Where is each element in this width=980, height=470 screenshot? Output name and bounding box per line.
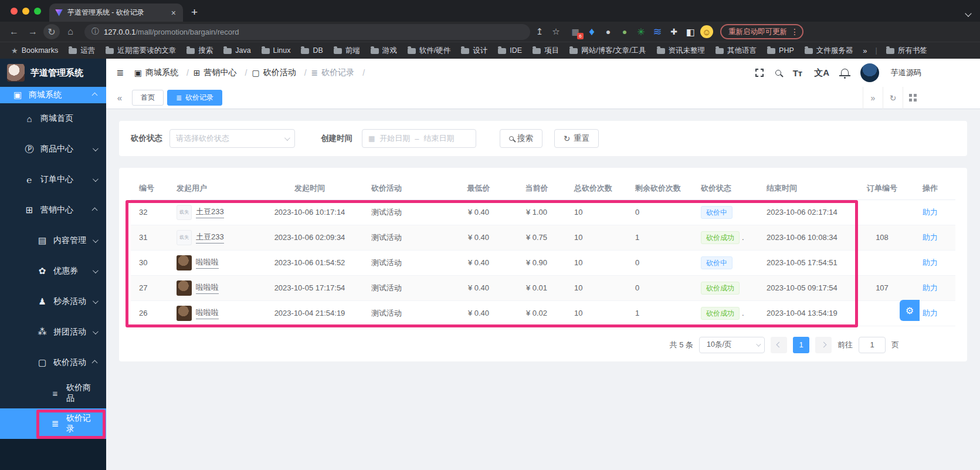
font-size-icon[interactable]: Tт [793, 68, 803, 78]
sidebar-item[interactable]: ℮ 订单中心 [0, 164, 106, 195]
language-icon[interactable]: 文A [814, 67, 829, 79]
page-tab[interactable]: 首页 [132, 90, 164, 106]
column-header[interactable]: 发起用户 [168, 177, 256, 200]
column-header[interactable]: 砍价活动 [363, 177, 450, 200]
side-panel-icon[interactable]: ◧ [684, 25, 697, 38]
app-logo[interactable]: 芋道管理系统 [0, 59, 106, 87]
column-header[interactable]: 最低价 [450, 177, 507, 200]
blue-layers-extension-icon[interactable]: ≋ [651, 25, 664, 38]
page-size-select[interactable]: 10条/页 [699, 337, 765, 353]
bookmark-folder-item[interactable]: IDE [494, 46, 526, 55]
column-header[interactable]: 发起时间 [256, 177, 363, 200]
assist-link[interactable]: 助力 [923, 283, 938, 292]
close-tab-icon[interactable]: × [170, 8, 177, 18]
assist-link[interactable]: 助力 [923, 258, 938, 267]
breadcrumb-item[interactable]: ▣ 商城系统 / [134, 67, 189, 78]
column-header[interactable]: 当前价 [507, 177, 566, 200]
bookmark-folder-item[interactable]: DB [297, 46, 327, 55]
browser-tab[interactable]: 芋道管理系统 - 砍价记录 × [49, 4, 183, 22]
assist-link[interactable]: 助力 [923, 309, 938, 317]
user-nickname[interactable]: 土豆233 [196, 207, 224, 218]
column-header[interactable]: 编号 [131, 177, 168, 200]
site-info-icon[interactable]: ⓘ [91, 26, 99, 37]
sidebar-item[interactable]: ≡ 砍价商品 [0, 378, 106, 408]
page-tab[interactable]: ≣ 砍价记录 [167, 90, 222, 106]
column-header[interactable]: 订单编号 [850, 177, 914, 200]
green-circle-extension-icon[interactable]: ● [618, 25, 631, 38]
minimize-window-button[interactable] [22, 8, 29, 15]
bookmark-folder-item[interactable]: 前端 [330, 46, 364, 56]
scroll-tabs-right-icon[interactable]: » [863, 87, 883, 109]
sidebar-item[interactable]: ▤ 内容管理 [0, 225, 106, 256]
sidebar-item[interactable]: ≣ 砍价记录 [0, 408, 106, 439]
bookmark-folder-item[interactable]: 近期需要读的文章 [101, 46, 180, 56]
user-nickname[interactable]: 啦啦啦 [196, 257, 219, 269]
bookmark-folder-item[interactable]: 项目 [528, 46, 563, 56]
sidebar-item[interactable]: ⁂ 拼团活动 [0, 317, 106, 347]
next-page-button[interactable] [815, 337, 832, 353]
bookmark-star-icon[interactable]: ☆ [549, 26, 563, 37]
back-button[interactable]: ← [6, 24, 22, 39]
maximize-window-button[interactable] [34, 8, 41, 15]
bookmark-folder-item[interactable]: 其他语言 [711, 46, 761, 56]
bookmark-folder-item[interactable]: Java [219, 46, 255, 55]
scroll-tabs-left-icon[interactable]: « [111, 93, 128, 103]
bookmark-folder-item[interactable]: PHP [763, 46, 798, 55]
share-icon[interactable]: ↥ [533, 26, 547, 37]
column-header[interactable]: 总砍价次数 [566, 177, 627, 200]
sidebar-item[interactable]: ▢ 砍价活动 [0, 347, 106, 378]
breadcrumb-item[interactable]: ▢ 砍价活动 / [252, 67, 306, 78]
column-header[interactable]: 剩余砍价次数 [627, 177, 693, 200]
bookmark-folder-item[interactable]: 搜索 [182, 46, 217, 56]
puzzle-extension-icon[interactable]: ✚ [667, 25, 680, 38]
bookmarks-root-item[interactable]: ★ Bookmarks [7, 46, 62, 55]
home-button[interactable]: ⌂ [62, 24, 79, 39]
user-nickname[interactable]: 土豆233 [196, 232, 224, 244]
bookmark-folder-item[interactable]: 软件/硬件 [403, 46, 455, 56]
refresh-page-icon[interactable]: ↻ [883, 87, 903, 109]
update-browser-button[interactable]: 重新启动即可更新 ⋮ [720, 24, 803, 39]
sidebar-item[interactable]: ⊞ 营销中心 [0, 195, 106, 225]
bookmark-folder-item[interactable]: 设计 [457, 46, 491, 56]
column-header[interactable]: 结束时间 [758, 177, 850, 200]
column-header[interactable]: 操作 [914, 177, 955, 200]
search-button[interactable]: 搜索 [500, 129, 542, 148]
sidebar-item[interactable]: Ⓟ 商品中心 [0, 134, 106, 164]
breadcrumb-item[interactable]: ≣ 砍价记录 / [311, 67, 365, 78]
reload-button[interactable]: ↻ [43, 24, 60, 39]
prev-page-button[interactable] [771, 337, 787, 353]
forward-button[interactable]: → [25, 24, 41, 39]
user-nickname[interactable]: 啦啦啦 [196, 307, 219, 319]
bookmark-folder-item[interactable]: 网站/博客/文章/工具 [565, 46, 650, 56]
user-avatar[interactable] [860, 63, 879, 82]
kite-extension-icon[interactable]: ♦ [585, 25, 598, 38]
collapse-menu-icon[interactable]: ≡ [117, 66, 124, 80]
profile-avatar-icon[interactable]: ☺ [700, 25, 713, 38]
all-bookmarks-item[interactable]: 所有书签 [882, 46, 931, 56]
bookmark-folder-item[interactable]: 游戏 [367, 46, 401, 56]
goto-page-input[interactable] [859, 337, 886, 353]
bookmark-folder-item[interactable]: Linux [257, 46, 295, 55]
new-tab-button[interactable]: + [191, 6, 198, 19]
search-icon[interactable] [775, 70, 781, 76]
sidebar-item[interactable]: ▣ 商城系统 [0, 87, 106, 103]
notification-bell-icon[interactable] [841, 69, 849, 75]
browser-menu-icon[interactable]: ⋮ [791, 27, 799, 36]
breadcrumb-item[interactable]: ⊞ 营销中心 / [194, 67, 247, 78]
column-header[interactable]: 砍价状态 [693, 177, 758, 200]
green-star-extension-icon[interactable]: ✳ [635, 25, 647, 38]
address-bar[interactable]: ⓘ 127.0.0.1/mall/promotion/bargain/recor… [84, 24, 530, 40]
gray-circle-extension-icon[interactable]: ● [602, 25, 615, 38]
sidebar-item[interactable]: ✿ 优惠券 [0, 256, 106, 286]
user-name[interactable]: 芋道源码 [891, 67, 921, 78]
extensions-grid-icon[interactable]: ▦ 6 [569, 25, 582, 38]
sidebar-item[interactable]: ⌂ 商城首页 [0, 103, 106, 134]
tab-search-chevron-icon[interactable] [965, 10, 971, 16]
assist-link[interactable]: 助力 [923, 208, 938, 217]
layout-grid-icon[interactable] [903, 87, 923, 109]
assist-link[interactable]: 助力 [923, 233, 938, 242]
reset-button[interactable]: ↻ 重置 [554, 129, 599, 148]
bookmarks-overflow-chevron[interactable]: » [859, 46, 870, 55]
user-nickname[interactable]: 啦啦啦 [196, 282, 219, 294]
status-select[interactable]: 请选择砍价状态 [169, 129, 295, 148]
